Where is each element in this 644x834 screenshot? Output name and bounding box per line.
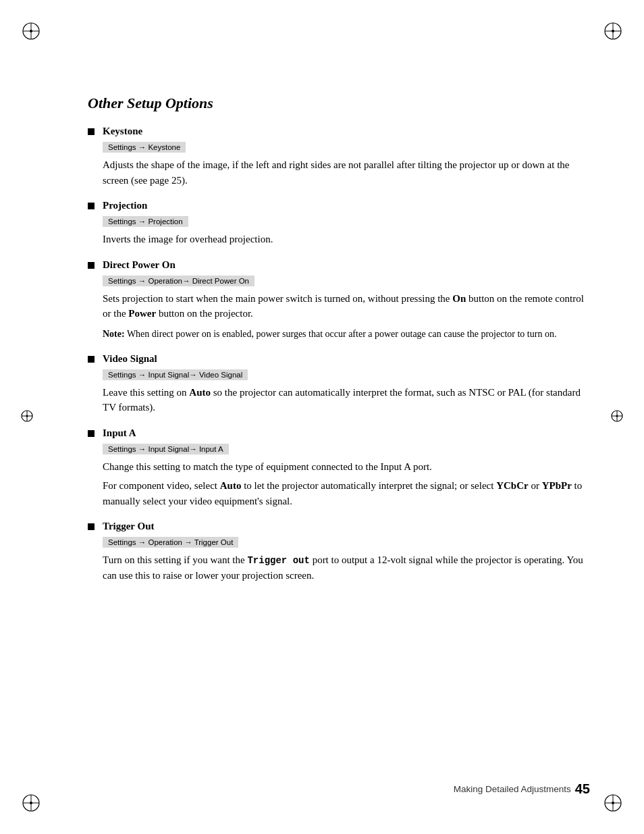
direct-power-on-menu-path: Settings → Operation→ Direct Power On [103, 276, 254, 286]
side-mark-right [609, 408, 625, 427]
input-a-menu-path: Settings → Input Signal→ Input A [103, 444, 229, 454]
section-trigger-out: Trigger Out Settings → Operation → Trigg… [88, 521, 590, 583]
direct-power-on-body: Sets projection to start when the main p… [103, 291, 590, 321]
keystone-title: Keystone [103, 126, 142, 137]
auto-label-input: Auto [220, 480, 242, 491]
bullet-input-a [88, 430, 95, 437]
svg-point-23 [616, 415, 618, 417]
footer-page-number: 45 [575, 781, 590, 797]
corner-mark-tr [601, 19, 625, 43]
svg-point-15 [612, 802, 614, 804]
video-signal-body: Leave this setting on Auto so the projec… [103, 385, 590, 415]
svg-point-19 [26, 415, 28, 417]
page-footer: Making Detailed Adjustments 45 [454, 781, 590, 797]
bullet-direct-power-on [88, 262, 95, 269]
trigger-out-title: Trigger Out [103, 521, 155, 532]
trigger-out-menu-path: Settings → Operation → Trigger Out [103, 537, 238, 548]
projection-body: Inverts the image for overhead projectio… [103, 232, 590, 247]
corner-mark-tl [19, 19, 43, 43]
svg-point-11 [30, 802, 32, 804]
section-keystone: Keystone Settings → Keystone Adjusts the… [88, 126, 590, 188]
bullet-trigger-out [88, 523, 95, 530]
projection-title: Projection [103, 200, 147, 211]
video-signal-menu-path: Settings → Input Signal→ Video Signal [103, 369, 248, 380]
projection-header: Projection [88, 200, 590, 211]
input-a-body-1: Change this setting to match the type of… [103, 459, 590, 509]
trigger-out-header: Trigger Out [88, 521, 590, 532]
bullet-keystone [88, 128, 95, 135]
corner-mark-bl [19, 791, 43, 815]
video-signal-title: Video Signal [103, 353, 157, 365]
direct-power-on-note: Note: When direct power on is enabled, p… [103, 327, 590, 341]
svg-point-7 [612, 30, 614, 32]
svg-point-3 [30, 30, 32, 32]
footer-text: Making Detailed Adjustments [454, 784, 571, 794]
keystone-menu-path: Settings → Keystone [103, 142, 186, 153]
trigger-out-port-label: Trigger out [247, 555, 309, 566]
corner-mark-br [601, 791, 625, 815]
trigger-out-body: Turn on this setting if you want the Tri… [103, 552, 590, 583]
video-signal-header: Video Signal [88, 353, 590, 365]
page: Other Setup Options Keystone Settings → … [0, 0, 644, 834]
direct-power-on-header: Direct Power On [88, 259, 590, 271]
input-a-para-2: For component video, select Auto to let … [103, 478, 590, 509]
page-title: Other Setup Options [88, 95, 590, 112]
section-video-signal: Video Signal Settings → Input Signal→ Vi… [88, 353, 590, 415]
keystone-body: Adjusts the shape of the image, if the l… [103, 157, 590, 188]
input-a-header: Input A [88, 427, 590, 439]
note-label: Note: [103, 329, 125, 339]
bullet-video-signal [88, 356, 95, 363]
keystone-header: Keystone [88, 126, 590, 137]
direct-power-on-title: Direct Power On [103, 259, 176, 271]
input-a-title: Input A [103, 427, 136, 439]
on-button-label: On [452, 293, 466, 304]
projection-menu-path: Settings → Projection [103, 216, 188, 227]
section-projection: Projection Settings → Projection Inverts… [88, 200, 590, 247]
power-button-label: Power [128, 308, 156, 319]
section-direct-power-on: Direct Power On Settings → Operation→ Di… [88, 259, 590, 341]
input-a-para-1: Change this setting to match the type of… [103, 459, 590, 475]
auto-label-video: Auto [189, 387, 211, 398]
sections-container: Keystone Settings → Keystone Adjusts the… [88, 126, 590, 583]
section-input-a: Input A Settings → Input Signal→ Input A… [88, 427, 590, 509]
ypbpr-label: YPbPr [542, 480, 572, 491]
side-mark-left [19, 408, 35, 427]
bullet-projection [88, 203, 95, 209]
note-content: When direct power on is enabled, power s… [127, 329, 557, 339]
ycbcr-label: YCbCr [496, 480, 529, 491]
